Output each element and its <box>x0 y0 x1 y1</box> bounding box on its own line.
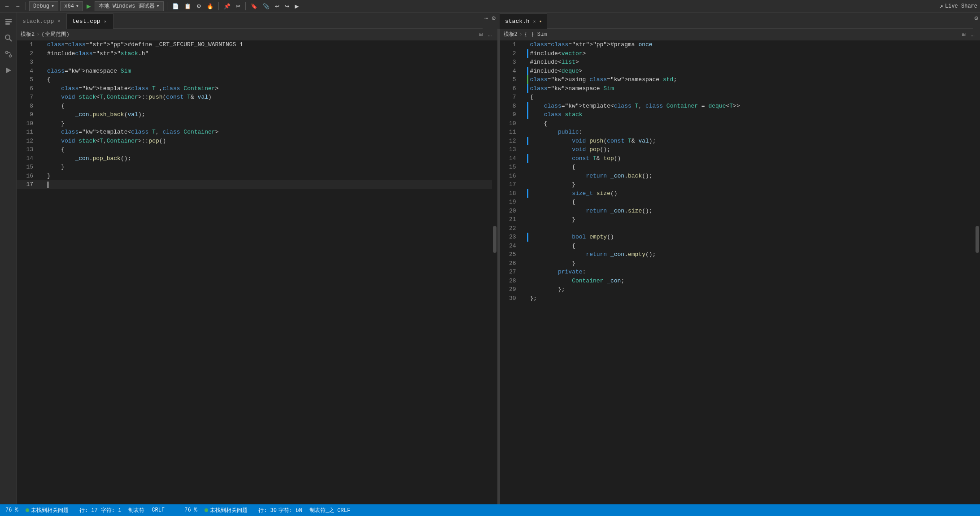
cursor-label-left: 行: 17 字符: 1 <box>79 507 122 514</box>
editor-scroll-left[interactable]: 1234567891011121314151617class=class="st… <box>17 40 497 504</box>
cursor-pos-right[interactable]: 行: 30 字符: bN <box>257 504 304 516</box>
debug-mode-arrow: ▾ <box>51 3 54 9</box>
svg-rect-1 <box>5 21 12 22</box>
vscroll-thumb-right[interactable] <box>976 226 979 253</box>
split-editor-icon[interactable]: ⊞ <box>477 30 484 39</box>
activity-search[interactable] <box>1 30 16 46</box>
tab-label-stack-cpp: stack.cpp <box>22 18 54 25</box>
toolbar-icon-2[interactable]: 📋 <box>183 2 193 10</box>
breadcrumb-sep1: › <box>36 31 39 38</box>
debug-mode-selector[interactable]: Debug ▾ <box>29 1 58 11</box>
back-btn[interactable]: ← <box>3 2 12 10</box>
editor-pane-right: 模板2 › { } Sim ⊞ … 1234567891011121314151… <box>500 29 980 504</box>
activity-bar <box>0 13 17 504</box>
line-ending-label-left: CRLF <box>152 507 165 513</box>
tab-empty-right <box>547 13 972 29</box>
breadcrumb-scope-left: (全局范围) <box>41 30 69 38</box>
breadcrumb-sep2: › <box>519 31 523 38</box>
code-right[interactable]: 1234567891011121314151617181920212223242… <box>500 40 975 504</box>
toolbar-icon-4[interactable]: 🔥 <box>205 2 215 10</box>
split-editor-btn[interactable]: ⋯ <box>483 13 490 29</box>
vscroll-right[interactable] <box>975 40 980 504</box>
toolbar-icon-5[interactable]: 📌 <box>222 2 232 10</box>
code-left[interactable]: 1234567891011121314151617class=class="st… <box>17 40 492 504</box>
more-icon[interactable]: … <box>486 30 493 39</box>
toolbar-icon-8[interactable]: 📎 <box>261 2 271 10</box>
toolbar-left: ← → Debug ▾ x64 ▾ ▶ 本地 Windows 调试器 ▾ 📄 📋… <box>3 1 301 11</box>
sep2 <box>167 2 167 10</box>
toolbar-icon-7[interactable]: 🔖 <box>249 2 259 10</box>
more-icon-r[interactable]: … <box>969 30 976 39</box>
sep4 <box>245 2 246 10</box>
split-editor-icon-r[interactable]: ⊞ <box>960 30 967 39</box>
arch-arrow: ▾ <box>76 3 79 9</box>
toolbar-icon-10[interactable]: ↪ <box>283 2 291 10</box>
svg-rect-2 <box>5 23 10 25</box>
settings-btn-right[interactable]: ⚙ <box>973 13 980 29</box>
tab-close-stack-cpp[interactable]: ✕ <box>57 17 61 25</box>
play-button[interactable]: ▶ <box>85 2 93 11</box>
line-ending-left[interactable]: CRLF <box>150 504 166 516</box>
debugger-label: 本地 Windows 调试器 <box>99 2 155 10</box>
svg-point-3 <box>5 35 10 39</box>
error-status-left[interactable]: 未找到相关问题 <box>24 504 70 516</box>
editors-container: 模板2 › (全局范围) ⊞ … 12345678910111213141516… <box>17 29 980 504</box>
liveshare-label: Live Share <box>945 3 977 9</box>
arch-selector[interactable]: x64 ▾ <box>60 1 83 11</box>
status-dot-right <box>205 508 208 512</box>
svg-point-5 <box>5 52 8 54</box>
char-label-right: 字符: bN <box>279 507 302 514</box>
tab-label-test-cpp: test.cpp <box>72 18 100 25</box>
line-ending-right[interactable]: 制表符_之 CRLF <box>308 504 352 516</box>
svg-rect-0 <box>5 19 12 20</box>
editors-wrapper: stack.cpp ✕ test.cpp ✕ ⋯ ⚙ stack.h ✕ <box>17 13 980 504</box>
tab-stack-cpp[interactable]: stack.cpp ✕ <box>17 13 67 29</box>
vscroll-left[interactable] <box>492 40 497 504</box>
arch-label: x64 <box>64 3 74 9</box>
activity-run[interactable] <box>1 63 16 78</box>
settings-btn-left[interactable]: ⚙ <box>490 13 497 29</box>
tab-close-stack-h[interactable]: ✕ <box>532 18 537 25</box>
error-label-left: 未找到相关问题 <box>31 507 69 514</box>
line-ending-label-right: 制表符_之 CRLF <box>309 507 350 514</box>
tab-close-test-cpp[interactable]: ✕ <box>103 18 108 25</box>
toolbar-right: ↗ Live Share <box>940 2 977 10</box>
toolbar-icon-9[interactable]: ↩ <box>273 2 281 10</box>
error-label-right: 未找到相关问题 <box>210 507 248 514</box>
tab-stack-h[interactable]: stack.h ✕ <box>500 13 547 29</box>
tab-bar-right: stack.h ✕ ⚙ <box>500 13 980 29</box>
breadcrumb-scope-right: { } Sim <box>524 31 547 38</box>
toolbar-icon-1[interactable]: 📄 <box>170 2 181 10</box>
status-bar: 76 % 未找到相关问题 行: 17 字符: 1 制表符 CRLF 76 % 未… <box>0 504 980 516</box>
encoding-left[interactable]: 制表符 <box>126 504 146 516</box>
cursor-pos-left[interactable]: 行: 17 字符: 1 <box>78 504 123 516</box>
breadcrumb-right: 模板2 › { } Sim ⊞ … <box>500 29 980 40</box>
breadcrumb-icons-right: ⊞ … <box>960 30 976 39</box>
toolbar-icon-3[interactable]: ⚙ <box>195 2 203 10</box>
breadcrumb-template-left: 模板2 <box>21 30 35 38</box>
toolbar-icon-6[interactable]: ✂ <box>234 2 242 10</box>
tab-label-stack-h: stack.h <box>505 18 530 25</box>
editor-scroll-right[interactable]: 1234567891011121314151617181920212223242… <box>500 40 980 504</box>
breadcrumb-icons-left: ⊞ … <box>477 30 494 39</box>
liveshare-button[interactable]: ↗ Live Share <box>940 2 977 10</box>
activity-git[interactable] <box>1 47 16 62</box>
tab-test-cpp[interactable]: test.cpp ✕ <box>67 13 113 29</box>
zoom-label-right: 76 % <box>184 507 197 513</box>
debugger-selector[interactable]: 本地 Windows 调试器 ▾ <box>95 1 164 11</box>
activity-explorer[interactable] <box>1 14 16 30</box>
zoom-right[interactable]: 76 % <box>183 504 199 516</box>
zoom-left[interactable]: 76 % <box>4 504 20 516</box>
vscroll-thumb-left[interactable] <box>493 226 497 253</box>
error-status-right[interactable]: 未找到相关问题 <box>203 504 249 516</box>
cursor-label-right: 行: 30 <box>258 507 277 514</box>
zoom-label-left: 76 % <box>5 507 18 513</box>
svg-marker-9 <box>6 68 11 73</box>
toolbar-icon-11[interactable]: ▶ <box>293 2 301 10</box>
liveshare-icon: ↗ <box>940 2 943 10</box>
editor-pane-left: 模板2 › (全局范围) ⊞ … 12345678910111213141516… <box>17 29 498 504</box>
forward-btn[interactable]: → <box>13 2 22 10</box>
tab-bar-left: stack.cpp ✕ test.cpp ✕ ⋯ ⚙ <box>17 13 497 29</box>
tab-bar: stack.cpp ✕ test.cpp ✕ ⋯ ⚙ stack.h ✕ <box>17 13 980 29</box>
breadcrumb-template-right: 模板2 <box>504 30 518 38</box>
